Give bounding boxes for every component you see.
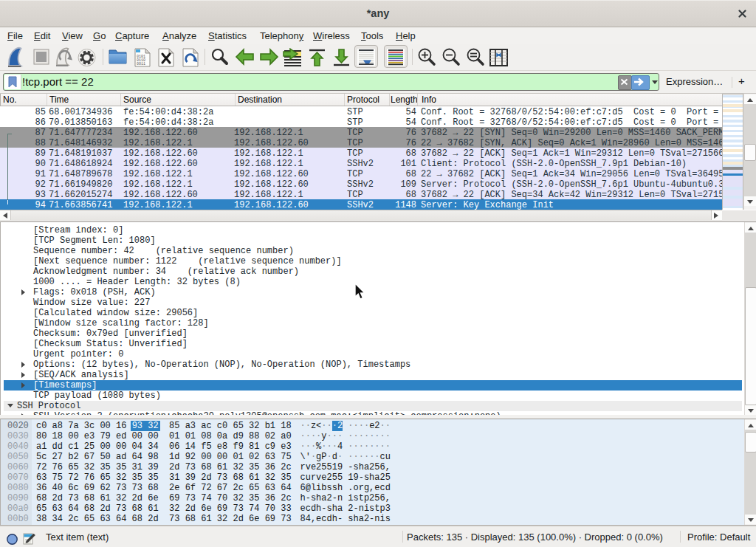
svg-text:0011: 0011 bbox=[137, 62, 145, 66]
